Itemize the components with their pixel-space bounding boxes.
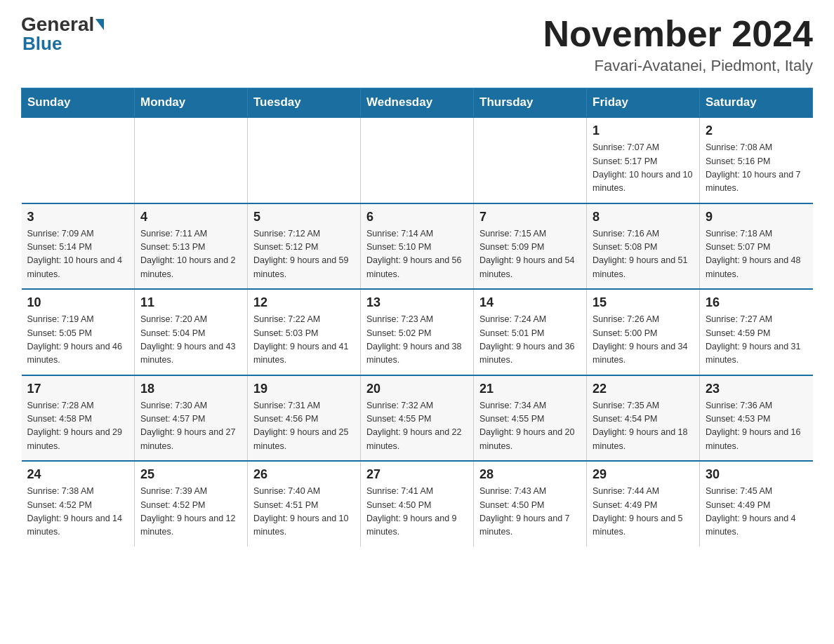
calendar-cell: 14Sunrise: 7:24 AM Sunset: 5:01 PM Dayli…	[474, 289, 587, 375]
sun-info: Sunrise: 7:14 AM Sunset: 5:10 PM Dayligh…	[366, 227, 468, 282]
day-number: 5	[253, 210, 355, 224]
sun-info: Sunrise: 7:26 AM Sunset: 5:00 PM Dayligh…	[593, 313, 694, 368]
sun-info: Sunrise: 7:23 AM Sunset: 5:02 PM Dayligh…	[366, 313, 468, 368]
sun-info: Sunrise: 7:45 AM Sunset: 4:49 PM Dayligh…	[706, 485, 807, 539]
day-number: 10	[27, 295, 129, 310]
location-title: Favari-Avatanei, Piedmont, Italy	[543, 57, 813, 75]
calendar-cell: 2Sunrise: 7:08 AM Sunset: 5:16 PM Daylig…	[700, 117, 813, 203]
sun-info: Sunrise: 7:35 AM Sunset: 4:54 PM Dayligh…	[593, 399, 694, 454]
day-number: 16	[706, 295, 807, 310]
calendar-header: Sunday Monday Tuesday Wednesday Thursday…	[22, 88, 813, 118]
day-number: 6	[366, 210, 468, 224]
day-number: 29	[593, 467, 694, 482]
calendar-cell: 12Sunrise: 7:22 AM Sunset: 5:03 PM Dayli…	[248, 289, 361, 375]
calendar-week-row: 17Sunrise: 7:28 AM Sunset: 4:58 PM Dayli…	[22, 375, 813, 462]
sun-info: Sunrise: 7:08 AM Sunset: 5:16 PM Dayligh…	[706, 141, 807, 196]
sun-info: Sunrise: 7:39 AM Sunset: 4:52 PM Dayligh…	[140, 485, 241, 539]
sun-info: Sunrise: 7:38 AM Sunset: 4:52 PM Dayligh…	[27, 485, 129, 539]
day-number: 4	[140, 210, 241, 224]
calendar-cell: 23Sunrise: 7:36 AM Sunset: 4:53 PM Dayli…	[700, 375, 813, 462]
sun-info: Sunrise: 7:16 AM Sunset: 5:08 PM Dayligh…	[593, 227, 694, 282]
day-number: 20	[366, 382, 468, 396]
sun-info: Sunrise: 7:31 AM Sunset: 4:56 PM Dayligh…	[253, 399, 355, 454]
day-number: 7	[479, 210, 581, 224]
month-title: November 2024	[543, 14, 813, 54]
day-number: 2	[706, 123, 807, 138]
calendar-cell: 18Sunrise: 7:30 AM Sunset: 4:57 PM Dayli…	[135, 375, 248, 462]
calendar-cell: 30Sunrise: 7:45 AM Sunset: 4:49 PM Dayli…	[700, 461, 813, 546]
sun-info: Sunrise: 7:11 AM Sunset: 5:13 PM Dayligh…	[140, 227, 241, 282]
day-number: 12	[253, 295, 355, 310]
day-number: 25	[140, 467, 241, 482]
sun-info: Sunrise: 7:22 AM Sunset: 5:03 PM Dayligh…	[253, 313, 355, 368]
calendar-cell: 22Sunrise: 7:35 AM Sunset: 4:54 PM Dayli…	[587, 375, 700, 462]
calendar-cell: 16Sunrise: 7:27 AM Sunset: 4:59 PM Dayli…	[700, 289, 813, 375]
header-row: Sunday Monday Tuesday Wednesday Thursday…	[22, 88, 813, 118]
day-number: 8	[593, 210, 694, 224]
calendar-cell	[22, 117, 135, 203]
sun-info: Sunrise: 7:12 AM Sunset: 5:12 PM Dayligh…	[253, 227, 355, 282]
calendar-cell: 9Sunrise: 7:18 AM Sunset: 5:07 PM Daylig…	[700, 203, 813, 290]
calendar-cell	[135, 117, 248, 203]
sun-info: Sunrise: 7:40 AM Sunset: 4:51 PM Dayligh…	[253, 485, 355, 539]
calendar-cell: 24Sunrise: 7:38 AM Sunset: 4:52 PM Dayli…	[22, 461, 135, 546]
day-number: 30	[706, 467, 807, 482]
calendar-cell: 20Sunrise: 7:32 AM Sunset: 4:55 PM Dayli…	[361, 375, 474, 462]
sun-info: Sunrise: 7:07 AM Sunset: 5:17 PM Dayligh…	[593, 141, 694, 196]
sun-info: Sunrise: 7:36 AM Sunset: 4:53 PM Dayligh…	[706, 399, 807, 454]
calendar-cell: 11Sunrise: 7:20 AM Sunset: 5:04 PM Dayli…	[135, 289, 248, 375]
col-saturday: Saturday	[700, 88, 813, 118]
sun-info: Sunrise: 7:19 AM Sunset: 5:05 PM Dayligh…	[27, 313, 129, 368]
calendar-cell: 21Sunrise: 7:34 AM Sunset: 4:55 PM Dayli…	[474, 375, 587, 462]
calendar-cell: 1Sunrise: 7:07 AM Sunset: 5:17 PM Daylig…	[587, 117, 700, 203]
day-number: 14	[479, 295, 581, 310]
col-friday: Friday	[587, 88, 700, 118]
sun-info: Sunrise: 7:41 AM Sunset: 4:50 PM Dayligh…	[366, 485, 468, 539]
calendar-cell	[248, 117, 361, 203]
calendar-body: 1Sunrise: 7:07 AM Sunset: 5:17 PM Daylig…	[22, 117, 813, 546]
day-number: 3	[27, 210, 129, 224]
day-number: 26	[253, 467, 355, 482]
col-wednesday: Wednesday	[361, 88, 474, 118]
calendar-cell: 15Sunrise: 7:26 AM Sunset: 5:00 PM Dayli…	[587, 289, 700, 375]
calendar-week-row: 10Sunrise: 7:19 AM Sunset: 5:05 PM Dayli…	[22, 289, 813, 375]
day-number: 23	[706, 382, 807, 396]
sun-info: Sunrise: 7:28 AM Sunset: 4:58 PM Dayligh…	[27, 399, 129, 454]
calendar-cell: 27Sunrise: 7:41 AM Sunset: 4:50 PM Dayli…	[361, 461, 474, 546]
col-monday: Monday	[135, 88, 248, 118]
day-number: 13	[366, 295, 468, 310]
calendar-cell: 10Sunrise: 7:19 AM Sunset: 5:05 PM Dayli…	[22, 289, 135, 375]
logo-triangle-icon	[95, 19, 104, 30]
sun-info: Sunrise: 7:15 AM Sunset: 5:09 PM Dayligh…	[479, 227, 581, 282]
calendar-table: Sunday Monday Tuesday Wednesday Thursday…	[21, 88, 813, 546]
title-area: November 2024 Favari-Avatanei, Piedmont,…	[543, 14, 813, 75]
col-tuesday: Tuesday	[248, 88, 361, 118]
sun-info: Sunrise: 7:27 AM Sunset: 4:59 PM Dayligh…	[706, 313, 807, 368]
day-number: 21	[479, 382, 581, 396]
calendar-week-row: 1Sunrise: 7:07 AM Sunset: 5:17 PM Daylig…	[22, 117, 813, 203]
sun-info: Sunrise: 7:34 AM Sunset: 4:55 PM Dayligh…	[479, 399, 581, 454]
day-number: 11	[140, 295, 241, 310]
sun-info: Sunrise: 7:18 AM Sunset: 5:07 PM Dayligh…	[706, 227, 807, 282]
sun-info: Sunrise: 7:20 AM Sunset: 5:04 PM Dayligh…	[140, 313, 241, 368]
calendar-cell: 3Sunrise: 7:09 AM Sunset: 5:14 PM Daylig…	[22, 203, 135, 290]
day-number: 24	[27, 467, 129, 482]
calendar-cell: 28Sunrise: 7:43 AM Sunset: 4:50 PM Dayli…	[474, 461, 587, 546]
calendar-cell: 26Sunrise: 7:40 AM Sunset: 4:51 PM Dayli…	[248, 461, 361, 546]
sun-info: Sunrise: 7:09 AM Sunset: 5:14 PM Dayligh…	[27, 227, 129, 282]
calendar-cell: 13Sunrise: 7:23 AM Sunset: 5:02 PM Dayli…	[361, 289, 474, 375]
calendar-cell: 8Sunrise: 7:16 AM Sunset: 5:08 PM Daylig…	[587, 203, 700, 290]
page-header: General Blue November 2024 Favari-Avatan…	[21, 14, 813, 75]
sun-info: Sunrise: 7:24 AM Sunset: 5:01 PM Dayligh…	[479, 313, 581, 368]
calendar-cell: 25Sunrise: 7:39 AM Sunset: 4:52 PM Dayli…	[135, 461, 248, 546]
logo: General Blue	[21, 14, 104, 55]
sun-info: Sunrise: 7:43 AM Sunset: 4:50 PM Dayligh…	[479, 485, 581, 539]
calendar-cell	[361, 117, 474, 203]
day-number: 17	[27, 382, 129, 396]
calendar-cell: 29Sunrise: 7:44 AM Sunset: 4:49 PM Dayli…	[587, 461, 700, 546]
day-number: 28	[479, 467, 581, 482]
calendar-cell: 4Sunrise: 7:11 AM Sunset: 5:13 PM Daylig…	[135, 203, 248, 290]
day-number: 22	[593, 382, 694, 396]
day-number: 18	[140, 382, 241, 396]
day-number: 27	[366, 467, 468, 482]
